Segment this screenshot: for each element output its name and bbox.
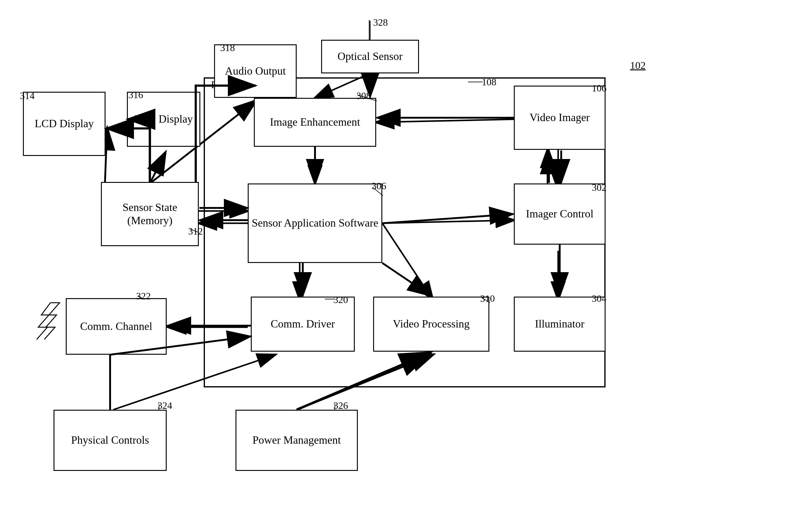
- power-management-label: Power Management: [252, 434, 341, 447]
- illuminator-label: Illuminator: [535, 318, 584, 330]
- video-processing-label: Video Processing: [393, 318, 470, 330]
- ref-326: 326: [333, 400, 348, 411]
- ref-314: 314: [20, 90, 34, 102]
- diagram: Optical Sensor Processing Unit Image Enh…: [0, 0, 812, 529]
- svg-line-32: [383, 214, 513, 223]
- image-enhancement-label: Image Enhancement: [270, 116, 360, 129]
- optical-sensor-box: Optical Sensor: [321, 40, 419, 73]
- lcd-display-box: LCD Display: [23, 92, 105, 156]
- video-imager-box: Video Imager: [514, 86, 606, 150]
- ref-306: 306: [372, 180, 386, 192]
- svg-line-15: [150, 153, 165, 183]
- svg-line-36: [297, 352, 431, 410]
- ref-322: 322: [136, 291, 151, 302]
- led-display-label: LED Display: [134, 113, 193, 126]
- sensor-state-label: Sensor State (Memory): [102, 201, 198, 227]
- audio-output-label: Audio Output: [225, 64, 286, 78]
- ref-324: 324: [158, 400, 172, 411]
- image-enhancement-box: Image Enhancement: [254, 98, 376, 147]
- sensor-app-software-label: Sensor Application Software: [252, 217, 378, 230]
- ref-308: 308: [356, 90, 371, 102]
- ref-304: 304: [592, 293, 607, 304]
- physical-controls-label: Physical Controls: [71, 434, 149, 447]
- svg-line-11: [382, 220, 514, 223]
- svg-line-10: [382, 223, 433, 300]
- ref-108: 108: [482, 76, 496, 88]
- ref-106: 106: [592, 83, 607, 94]
- comm-channel-label: Comm. Channel: [80, 320, 152, 333]
- sensor-state-box: Sensor State (Memory): [101, 182, 199, 246]
- power-management-box: Power Management: [235, 410, 358, 471]
- video-processing-box: Video Processing: [373, 297, 489, 352]
- video-imager-label: Video Imager: [530, 111, 590, 124]
- ref-318: 318: [220, 42, 235, 54]
- svg-line-33: [382, 263, 431, 296]
- ref-102: 102: [630, 60, 646, 71]
- comm-driver-label: Comm. Driver: [271, 318, 335, 330]
- svg-line-18: [113, 355, 275, 410]
- comm-channel-box: Comm. Channel: [66, 298, 167, 355]
- svg-line-7: [376, 119, 514, 122]
- ref-310: 310: [480, 293, 495, 304]
- physical-controls-box: Physical Controls: [54, 410, 167, 471]
- illuminator-box: Illuminator: [514, 297, 606, 352]
- optical-sensor-label: Optical Sensor: [338, 50, 403, 63]
- ref-320: 320: [333, 294, 348, 306]
- ref-312: 312: [188, 226, 203, 237]
- lcd-display-label: LCD Display: [35, 117, 94, 130]
- sensor-app-software-box: Sensor Application Software: [248, 183, 382, 263]
- ref-328: 328: [373, 17, 388, 28]
- ref-316: 316: [128, 89, 143, 101]
- ref-302: 302: [592, 182, 607, 193]
- imager-control-label: Imager Control: [526, 207, 594, 220]
- svg-line-19: [297, 355, 433, 410]
